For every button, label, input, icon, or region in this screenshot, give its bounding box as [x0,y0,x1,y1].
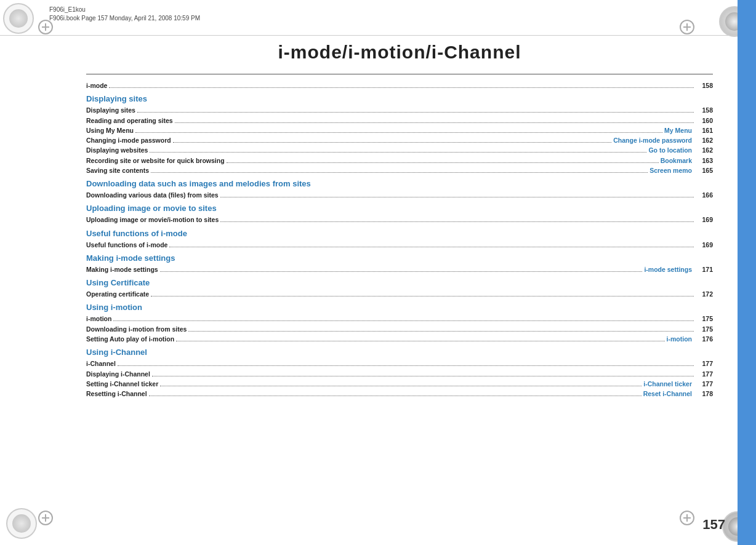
cross-decoration-bottom-left [38,511,53,525]
toc-entry: Setting i-Channel tickeri-Channel ticker… [86,379,713,389]
entry-label: Making i-mode settings [86,265,158,274]
entry-label: i-Channel [86,359,116,368]
entry-dots [152,376,694,376]
toc-divider [86,74,713,74]
toc-entry: Making i-mode settingsi-mode settings171 [86,265,713,274]
toc-imode-dots [109,87,694,88]
corner-decoration-bl [3,505,40,542]
entry-dots [150,152,646,153]
entry-label: Saving site contents [86,165,149,175]
entry-page: 160 [696,116,713,125]
entry-label: Resetting i-Channel [86,389,147,399]
entry-page: 178 [696,389,713,399]
entry-dots [151,172,648,173]
entry-link[interactable]: Change i-mode password [613,135,692,145]
entry-dots [173,142,612,143]
toc-imode-page: 158 [696,81,713,90]
entry-page: 175 [696,314,713,324]
toc-section: Making i-mode settingsMaking i-mode sett… [86,253,713,274]
toc-entry: Setting Auto play of i-motioni-motion176 [86,334,713,344]
entry-dots [160,271,643,272]
toc-entry: Uploading image or movie/i-motion to sit… [86,215,713,225]
entry-page: 177 [696,369,713,379]
entry-label: Recording site or website for quick brow… [86,156,225,165]
toc-entry: Reading and operating sites160 [86,116,713,125]
entry-label: Operating certificate [86,289,149,299]
header-label1: F906i_E1kou [49,6,86,13]
entry-page: 165 [696,165,713,175]
entry-label: Reading and operating sites [86,116,173,125]
page-number: 157 [702,517,725,533]
toc-section: Uploading image or movie to sitesUploadi… [86,204,713,225]
entry-link[interactable]: Bookmark [661,156,692,165]
section-header: Using i-Channel [86,348,713,357]
entry-label: Uploading image or movie/i-motion to sit… [86,215,219,225]
main-content: i-mode/i-motion/i-Channel i-mode 158 Dis… [74,36,725,508]
entry-dots [220,197,694,197]
entry-dots [151,296,694,296]
entry-label: Displaying i-Channel [86,369,150,379]
toc-entry: Displaying websitesGo to location162 [86,145,713,155]
entry-dots [160,386,641,386]
section-header: Making i-mode settings [86,253,713,263]
entry-dots [175,122,694,123]
section-header: Using i-motion [86,303,713,312]
entry-dots [137,112,694,113]
entry-label: Downloading various data (files) from si… [86,190,219,200]
entry-page: 163 [696,156,713,165]
toc-entry: Displaying i-Channel177 [86,369,713,379]
right-sidebar [738,0,756,545]
page-title: i-mode/i-motion/i-Channel [86,42,713,63]
entry-dots [169,247,694,247]
entry-label: i-motion [86,314,111,324]
entry-page: 169 [696,240,713,250]
toc-entry: Downloading various data (files) from si… [86,190,713,200]
entry-page: 172 [696,289,713,299]
toc-section: Using i-Channeli-Channel177Displaying i-… [86,348,713,399]
toc-entry: Using My MenuMy Menu161 [86,125,713,135]
section-header: Using Certificate [86,278,713,287]
entry-page: 176 [696,334,713,344]
entry-page: 169 [696,215,713,225]
header-bar: F906i_E1kou F906i.book Page 157 Monday, … [0,0,756,36]
entry-page: 175 [696,324,713,334]
entry-dots [176,341,665,341]
entry-label: Displaying websites [86,145,148,155]
cross-decoration-bottom-right [680,511,694,525]
toc-section: Using CertificateOperating certificate17… [86,278,713,299]
entry-label: Using My Menu [86,125,134,135]
section-header: Uploading image or movie to sites [86,204,713,213]
entry-link[interactable]: My Menu [664,125,692,135]
toc-sections: Displaying sitesDisplaying sites158Readi… [86,94,713,399]
toc-section: Displaying sitesDisplaying sites158Readi… [86,94,713,175]
entry-label: Setting Auto play of i-motion [86,334,174,344]
entry-link[interactable]: i-motion [667,334,692,344]
entry-dots [113,320,694,321]
toc-entry: i-motion175 [86,314,713,324]
toc-top-entry: i-mode 158 [86,81,713,90]
entry-link[interactable]: Go to location [648,145,692,155]
entry-dots [149,396,641,396]
toc-section: Downloading data such as images and melo… [86,179,713,200]
entry-label: Useful functions of i-mode [86,240,167,250]
entry-dots [118,365,694,366]
entry-label: Changing i-mode password [86,135,171,145]
entry-page: 158 [696,105,713,115]
toc-entry: Useful functions of i-mode169 [86,240,713,250]
entry-page: 161 [696,125,713,135]
toc-section: Useful functions of i-modeUseful functio… [86,229,713,250]
toc-entry: Downloading i-motion from sites175 [86,324,713,334]
entry-link[interactable]: i-Channel ticker [643,379,692,389]
header-label2: F906i.book Page 157 Monday, April 21, 20… [49,15,200,22]
section-header: Displaying sites [86,94,713,103]
entry-link[interactable]: Reset i-Channel [643,389,692,399]
toc-imode-label: i-mode [86,81,107,90]
entry-link[interactable]: Screen memo [649,165,692,175]
toc-entry: Changing i-mode passwordChange i-mode pa… [86,135,713,145]
entry-page: 177 [696,379,713,389]
toc-entry: Operating certificate172 [86,289,713,299]
entry-link[interactable]: i-mode settings [644,265,692,274]
entry-dots [135,132,662,133]
entry-dots [227,162,659,163]
toc-entry: Resetting i-ChannelReset i-Channel178 [86,389,713,399]
